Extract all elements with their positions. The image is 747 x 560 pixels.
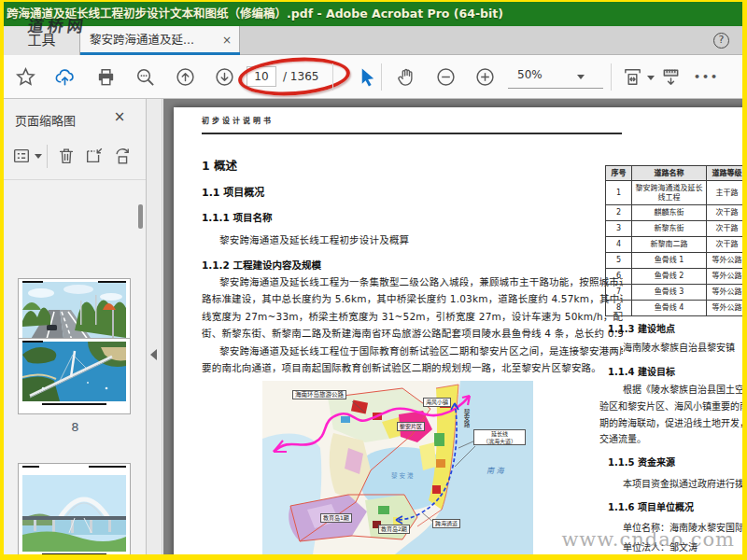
zoom-out-icon[interactable] [435,66,457,88]
aerial-bridge-image [22,342,126,401]
sidebar-separator [47,145,48,168]
crop-pages-icon[interactable] [84,146,105,166]
pdf-page: 初步设计说明书 1 概述 1.1 项目概况 1.1.1 项目名称 黎安跨海通道及… [174,107,742,554]
running-header: 初步设计说明书 [202,115,274,125]
map-label-lian-road: 黎安路 [461,409,471,427]
acrobat-window: 跨海通道及延长线工程初步设计文本和图纸（修编稿）.pdf - Adobe Acr… [4,2,742,554]
sidebar-scrollbar[interactable] [138,204,143,229]
paragraph-line: 黎安跨海通道及延长线工程为一条集散型二级公路入城段，兼顾城市主干路功能，按照城市… [219,274,623,288]
search-icon[interactable] [134,66,156,88]
heading-1-1-4: 1.1.4 建设目标 [608,364,675,378]
hand-tool-icon[interactable] [396,66,417,88]
table-row: 1黎安跨海通道及延长线工程主干路 [606,181,743,205]
print-icon[interactable] [95,66,117,88]
tab-bar: 工具 黎安跨海通道及延... × ? [4,26,742,55]
screenshot-root: { "window": { "title": "跨海通道及延长线工程初步设计文本… [0,0,747,560]
thumbnail-toolbar [4,138,146,179]
map-label-town: 海风小镇 [423,398,451,407]
map-label-edu2: 教育岛2期 [378,525,410,534]
thumbnail-options-icon[interactable] [11,146,32,166]
header-rule [202,133,622,134]
window-titlebar: 跨海通道及延长线工程初步设计文本和图纸（修编稿）.pdf - Adobe Acr… [4,2,742,26]
tab-document[interactable]: 黎安跨海通道及延... [80,26,240,55]
map-label-extension-line1: 延长线 [476,430,523,438]
map-label-south-sea: 南 海 [486,465,504,475]
map-label-edu1: 教育岛1期 [320,513,352,523]
table-row: 5鱼骨线 1等外公路 [606,253,743,269]
road-grade-table: 序号 道路名称 道路等级 1黎安跨海通道及延长线工程主干路 2麒麟东街次干路 3… [605,165,742,316]
red-circle-annotation [237,54,351,99]
table-row: 6鱼骨线 2等外公路 [606,269,743,285]
panel-collapse-strip[interactable] [147,99,162,554]
more-tools-icon[interactable]: ••• [694,71,719,83]
table-row: 7鱼骨线 3等外公路 [606,285,743,301]
main-area: 页面缩略图 × [4,99,742,554]
heading-1-1-1: 1.1.1 项目名称 [202,210,273,224]
heading-1-1: 1.1 项目概况 [202,184,264,199]
goal-line: 根据《陵水黎族自治县国土空间总体 [623,382,742,396]
map-label-crossing: 跨海通道 [432,519,460,528]
table-row: 8鱼骨线 4等外公路 [606,301,743,316]
heading-1-1-2: 1.1.2 工程建设内容及规模 [202,258,321,272]
chevron-down-icon[interactable] [647,76,655,80]
rotate-pages-icon[interactable] [112,146,133,166]
table-row: 4新黎南二路次干路 [606,237,743,253]
document-view: 初步设计说明书 1 概述 1.1 项目概况 1.1.1 项目名称 黎安跨海通道及… [163,99,742,554]
chevron-down-icon [577,75,585,79]
thumbnail-page-8[interactable] [18,338,131,414]
goal-line: 验区和黎安片区、海风小镇重要的南北向 [599,399,742,413]
heading-1-1-6: 1.1.6 项目单位概况 [608,499,694,513]
arch-bridge-image [22,475,126,552]
table-row: 3新黎东街次干路 [606,221,743,237]
chevron-down-icon[interactable] [35,154,42,159]
table-row: 2麒麟东街次干路 [606,205,743,221]
sheet-mark [22,281,43,283]
panel-title: 页面缩略图 [15,111,76,129]
previous-page-icon[interactable] [175,66,196,88]
drawing-caption [42,403,106,405]
project-name-line: 黎安跨海通道及延长线工程初步设计及概算 [219,232,409,246]
thumbnails-panel: 页面缩略图 × [4,99,147,554]
paragraph-line: 要的南北向通道，项目南起国际教育创新试验区二期的规划规一路，北至黎安片区黎安路。 [202,360,623,374]
sheet-mark [89,466,126,468]
panel-close-icon[interactable]: × [112,108,127,125]
select-tool-cursor-icon[interactable] [357,66,378,88]
zoom-level-dropdown[interactable]: 50% [508,64,603,89]
goal-line: 交通流量。 [599,431,646,445]
toolbar-separator [611,63,612,91]
map-label-extension-line2: （滨海大道） [476,438,523,445]
map-label-extension: 延长线 （滨海大道） [473,429,526,445]
sidebar-rule [4,179,146,180]
thumbnail-page-9[interactable] [18,463,131,554]
share-cloud-icon[interactable] [54,66,76,88]
favorites-star-icon[interactable] [15,66,36,88]
table-header: 道路名称 [632,166,707,181]
location-map: 海南环岛旅游公路 海风小镇 黎安路 黎安片区 延长线 （滨海大道） 南 海 黎安… [262,381,533,554]
sheet-mark [22,466,39,468]
fit-page-ruler-icon[interactable] [660,66,682,88]
help-button[interactable]: ? [713,33,729,49]
paragraph-line: 线宽度为 27m~33m，桥梁主桥宽度为 31~52m，引桥宽度 27m，设计车… [202,309,623,323]
paragraph-line: 路标准建设，其中总长度约为 5.6km，其中桥梁长度约 1.03km，道路长度约… [202,291,623,305]
tab-close-icon[interactable]: × [220,28,233,52]
location-line: 海南陵水黎族自治县黎安镇 [623,340,735,354]
heading-1-1-3: 1.1.3 建设地点 [608,321,675,335]
next-page-icon[interactable] [214,66,235,88]
map-label-lian-district: 黎安片区 [397,422,425,431]
toolbar-separator [332,63,333,91]
fit-width-icon[interactable] [622,66,643,88]
table-header: 道路等级 [707,166,743,181]
sheet-mark [98,281,126,283]
paragraph-line: 街、新黎东街、新黎南二路及新建海南省环岛旅游公路配套项目陵水县鱼骨线 4 条，总… [202,326,623,340]
goal-line: 期的跨海联动，促进沿线土地开发，同 [599,415,742,429]
cndao-watermark: www.cndao.com [561,528,735,551]
toolbar-separator [381,63,382,91]
zoom-in-icon[interactable] [474,66,496,88]
delete-pages-icon[interactable] [56,146,77,166]
heading-1: 1 概述 [202,156,237,174]
thumbnail-page-8-number: 8 [4,420,147,434]
map-label-lagoon: 黎安港 [391,470,416,480]
drawing-caption [42,553,106,554]
funding-line: 本项目资金拟通过政府进行拨付。 [623,476,742,490]
paragraph-line: 黎安跨海通道及延长线工程位于国际教育创新试验区二期和黎安片区之间，是连接黎安港两… [219,343,623,357]
